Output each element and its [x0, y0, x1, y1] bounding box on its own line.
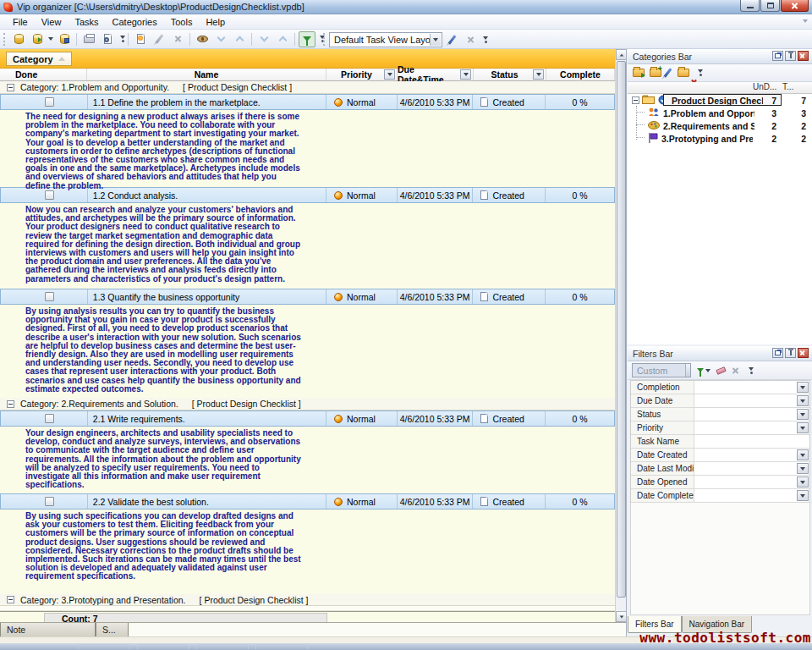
done-checkbox[interactable]	[45, 414, 54, 423]
menu-categories[interactable]: Categories	[106, 15, 164, 29]
toolbar-grip[interactable]	[3, 33, 6, 46]
task-view-layout-combo[interactable]: Default Task View Layout	[329, 32, 442, 47]
column-header-complete[interactable]: Complete	[546, 69, 615, 80]
done-checkbox[interactable]	[45, 497, 54, 506]
filter-row-task-name[interactable]: Task Name	[631, 435, 809, 449]
task-row[interactable]: 1.2 Conduct analysis. Normal 4/6/2010 5:…	[0, 187, 615, 203]
filter-row-date-opened[interactable]: Date Opened	[631, 476, 809, 489]
collapse-icon[interactable]	[7, 596, 14, 603]
menu-tools[interactable]: Tools	[164, 15, 200, 29]
filter-row-priority[interactable]: Priority	[631, 421, 809, 435]
filter-row-date-created[interactable]: Date Created	[631, 449, 809, 462]
tree-row-category[interactable]: 2.Requirements and Solution 2 2	[628, 119, 812, 132]
column-header-done[interactable]: Done	[0, 69, 87, 80]
filter-dropdown-button[interactable]	[797, 463, 809, 474]
add-subcategory-button[interactable]: +	[650, 69, 661, 77]
panel-pin-button[interactable]	[785, 348, 796, 358]
print-overflow-icon[interactable]	[120, 36, 125, 42]
edit-task-button[interactable]	[151, 31, 167, 47]
minimize-button[interactable]	[740, 0, 760, 12]
panel-float-button[interactable]	[772, 348, 783, 358]
collapse-icon[interactable]	[7, 400, 14, 408]
done-checkbox[interactable]	[45, 292, 54, 301]
status-filter-button[interactable]	[533, 69, 544, 80]
menubar-overflow-icon[interactable]	[803, 19, 808, 23]
move-down-button[interactable]	[212, 31, 229, 47]
open-database-dropdown-icon[interactable]	[48, 37, 53, 41]
delete-layout-button[interactable]	[462, 31, 479, 47]
remove-filter-button[interactable]	[732, 366, 739, 374]
group-row[interactable]: Category: 3.Prototyping and Presentation…	[0, 594, 615, 606]
column-header-status[interactable]: Status	[474, 69, 546, 80]
layout-toolbar-grip[interactable]	[323, 33, 326, 46]
save-database-button[interactable]	[56, 31, 73, 47]
group-by-category-button[interactable]: Category	[6, 52, 72, 66]
filter-dropdown-button[interactable]	[797, 449, 809, 460]
combo-dropdown-icon[interactable]	[430, 34, 441, 46]
scrollbar-thumb[interactable]	[617, 61, 626, 598]
delete-task-button[interactable]	[169, 31, 186, 47]
filter-row-completion[interactable]: Completion	[631, 381, 809, 394]
panel-close-button[interactable]	[798, 348, 809, 358]
panel-pin-button[interactable]	[785, 51, 796, 61]
filter-row-date-last-modified[interactable]: Date Last Modified	[631, 462, 809, 476]
filter-row-due-date[interactable]: Due Date	[631, 394, 809, 408]
task-row[interactable]: 1.1 Define the problem in the marketplac…	[0, 94, 615, 110]
open-database-button[interactable]	[29, 31, 46, 47]
add-category-button[interactable]	[633, 69, 645, 77]
group-row[interactable]: Category: 2.Requirements and Solution. […	[0, 398, 615, 410]
column-header-name[interactable]: Name	[87, 69, 326, 80]
close-button[interactable]	[781, 0, 809, 12]
print-button[interactable]	[80, 31, 97, 47]
edit-category-button[interactable]	[667, 68, 669, 78]
undone-column-header[interactable]: UnD...	[753, 82, 776, 91]
move-up-button[interactable]	[231, 31, 248, 47]
tree-row-category[interactable]: 3.Prototyping and Presentation 2 2	[628, 132, 812, 145]
tree-row-category[interactable]: 1.Problem and Opportunity. 3 3	[628, 107, 812, 119]
maximize-button[interactable]	[760, 0, 780, 12]
filter-toggle-button[interactable]	[299, 31, 315, 47]
menu-file[interactable]: File	[6, 15, 35, 29]
group-row[interactable]: Category: 1.Problem and Opportunity. [ P…	[0, 81, 615, 94]
filter-row-status[interactable]: Status	[631, 408, 809, 421]
column-header-priority[interactable]: Priority	[326, 69, 398, 80]
tab-note[interactable]: Note	[0, 623, 96, 637]
filters-overflow-icon[interactable]	[749, 367, 754, 374]
done-checkbox[interactable]	[45, 97, 54, 107]
view-task-button[interactable]	[194, 31, 211, 47]
grid-scrollbar[interactable]	[615, 49, 626, 622]
filter-dropdown-button[interactable]	[797, 382, 809, 393]
filter-dropdown-button[interactable]	[797, 490, 809, 501]
new-database-button[interactable]	[10, 31, 27, 47]
edit-layout-button[interactable]	[443, 31, 460, 47]
panel-float-button[interactable]	[772, 51, 783, 61]
priority-filter-button[interactable]	[384, 69, 395, 80]
print-preview-button[interactable]	[99, 31, 116, 47]
filter-preset-combo[interactable]: Custom	[632, 363, 691, 377]
task-row[interactable]: 1.3 Quantify the business opportunity No…	[0, 289, 615, 305]
apply-filter-button[interactable]	[697, 368, 710, 372]
move-top-button[interactable]	[274, 31, 291, 47]
filter-dropdown-button[interactable]	[797, 476, 809, 488]
total-column-header[interactable]: T...	[782, 82, 793, 91]
task-row[interactable]: 2.1 Write requirements. Normal 4/6/2010 …	[0, 410, 615, 427]
filter-dropdown-button[interactable]	[797, 422, 809, 433]
menu-view[interactable]: View	[35, 15, 69, 29]
filter-dropdown-button[interactable]	[797, 409, 809, 420]
new-task-button[interactable]	[132, 31, 149, 47]
menu-tasks[interactable]: Tasks	[68, 15, 105, 29]
task-row[interactable]: 2.2 Validate the best solution. Normal 4…	[0, 493, 615, 510]
collapse-icon[interactable]	[7, 84, 14, 91]
combo-dropdown-icon[interactable]	[685, 364, 690, 377]
menu-help[interactable]: Help	[199, 15, 232, 29]
clear-filter-button[interactable]	[716, 368, 726, 373]
done-checkbox[interactable]	[45, 190, 54, 200]
layout-overflow-icon[interactable]	[483, 36, 488, 43]
due-filter-button[interactable]	[460, 69, 471, 80]
move-bottom-button[interactable]	[255, 31, 272, 47]
collapse-icon[interactable]	[632, 96, 639, 104]
panel-close-button[interactable]	[798, 51, 809, 61]
tab-schedule[interactable]: S...	[96, 623, 129, 637]
delete-category-button[interactable]	[678, 69, 689, 77]
categories-overflow-icon[interactable]	[698, 69, 703, 76]
